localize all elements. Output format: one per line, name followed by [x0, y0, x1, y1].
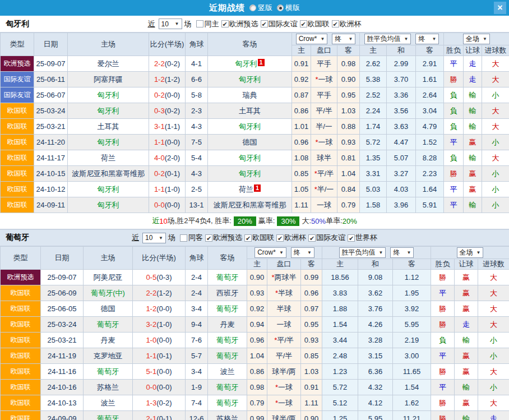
match-date: 25-06-11	[34, 72, 68, 87]
avg-type-select[interactable]: 胜平负均值▼	[364, 34, 411, 44]
odds-home: 0.79	[247, 395, 267, 411]
avg-type-select[interactable]: 胜平负均值▼	[339, 247, 386, 258]
away-team: 葡萄牙	[208, 301, 247, 317]
odds-home: 0.91	[292, 56, 311, 72]
half-time-score: (0-0)	[165, 91, 180, 99]
odds-time-select[interactable]: 终▼	[291, 247, 314, 258]
odds-home: 0.90	[247, 270, 267, 285]
match-type-badge: 欧国联	[1, 411, 41, 420]
sub-column-header: 主	[292, 45, 311, 56]
league-checkbox[interactable]: ✔	[348, 234, 355, 242]
match-type-badge: 国际友谊	[1, 87, 34, 103]
scope-select[interactable]: 全场▼	[457, 247, 484, 258]
table-row: 欧国联24-10-16苏格兰0-0(0-0)1-9葡萄牙0.98*一球0.915…	[1, 380, 509, 395]
table-row: 国际友谊25-06-07匈牙利0-2(0-0)5-8瑞典0.87平手0.952.…	[1, 87, 509, 103]
away-team: 匈牙利	[208, 119, 292, 135]
score: 0-3(0-2)	[149, 103, 186, 119]
odds-away: 0.98	[337, 56, 360, 72]
full-time-score: 1-2	[154, 75, 165, 84]
handicap-result: 輸	[464, 103, 482, 119]
avg-draw-odds: 4.03	[387, 182, 416, 197]
away-team: 匈牙利	[208, 72, 292, 87]
match-result: 勝	[431, 395, 455, 411]
match-count-select[interactable]: 10▼	[142, 233, 166, 243]
avg-away-odds: 1.61	[416, 72, 444, 87]
league-checkbox[interactable]: ✔	[332, 20, 339, 27]
avg-time-select[interactable]: 终▼	[390, 247, 414, 258]
league-checkbox[interactable]: ✔	[244, 234, 252, 242]
match-count-select[interactable]: 10▼	[159, 19, 182, 29]
goals-result: 大	[482, 72, 509, 87]
match-result: 平	[431, 285, 455, 301]
summary-text: 赢率:	[258, 216, 275, 226]
handicap-value: 平手	[317, 91, 331, 99]
odds-away: 0.97	[301, 301, 322, 317]
handicap-result: 赢	[455, 270, 478, 285]
score: 0-2(0-1)	[149, 166, 186, 182]
half-time-score: (0-2)	[165, 107, 180, 115]
away-team: 苏格兰	[208, 411, 247, 420]
avg-draw-odds: 3.15	[358, 348, 393, 364]
section-filter-bar: 葡萄牙近10▼场同客✔欧洲预选✔欧国联✔欧洲杯✔国际友谊✔世界杯	[0, 229, 509, 246]
avg-away-odds: 1.52	[416, 135, 444, 150]
handicap-value: 一球	[318, 138, 333, 146]
avg-home-odds: 5.03	[360, 182, 387, 197]
league-checkbox[interactable]: ✔	[308, 234, 316, 242]
odds-source-select-value: Crow*	[257, 248, 276, 256]
odds-away: 1.04	[337, 166, 360, 182]
league-checkbox[interactable]: ✔	[261, 20, 268, 27]
away-team-name: 葡萄牙	[216, 336, 238, 344]
close-button[interactable]: ×	[494, 2, 506, 14]
match-date: 24-09-09	[41, 411, 84, 420]
avg-time-select[interactable]: 终▼	[415, 34, 439, 44]
table-row: 欧国联25-03-21丹麦1-0(0-0)7-6葡萄牙0.96*平/半0.933…	[1, 333, 509, 348]
odds-home: 0.93	[247, 285, 267, 301]
away-team-name: 葡萄牙	[216, 273, 238, 281]
corner-count: 2-4	[186, 285, 208, 301]
match-result: 勝	[431, 411, 455, 420]
league-checkbox[interactable]: ✔	[300, 20, 307, 27]
sub-column-header: 让球	[464, 45, 482, 56]
same-venue-checkbox[interactable]	[196, 20, 203, 27]
table-row: 欧洲预选25-09-07爱尔兰2-2(0-2)4-1匈牙利10.91平手0.98…	[1, 56, 509, 72]
odds-away: 0.90	[337, 72, 360, 87]
half-time-score: (0-0)	[156, 367, 172, 376]
home-team: 葡萄牙(中)	[84, 285, 133, 301]
match-type-badge: 欧国联	[1, 166, 34, 182]
dropdown-arrow-icon: ▼	[348, 36, 353, 41]
handicap-result: 輸	[464, 150, 482, 166]
sub-column-header: 胜负	[431, 259, 455, 270]
league-label: 国际友谊	[269, 19, 298, 29]
match-result: 平	[431, 380, 455, 395]
odds-time-select[interactable]: 终▼	[332, 34, 355, 44]
handicap: 半球	[267, 301, 301, 317]
full-time-score: 5-1	[146, 367, 156, 376]
odds-source-select[interactable]: Crow*▼	[254, 247, 286, 258]
away-team: 葡萄牙	[208, 333, 247, 348]
avg-draw-odds: 4.47	[387, 135, 416, 150]
league-checkbox[interactable]: ✔	[276, 234, 284, 242]
scope-select[interactable]: 全场▼	[463, 34, 490, 44]
half-time-score: (0-0)	[156, 336, 172, 344]
half-time-score: (0-2)	[156, 399, 172, 407]
away-team: 波斯尼亚和黑塞哥维那	[208, 197, 292, 213]
odds-source-select[interactable]: Crow*▼	[296, 34, 328, 44]
league-label: 欧洲预选	[229, 19, 258, 29]
layout-vertical-radio[interactable]: 竖版	[249, 3, 272, 13]
handicap-result: 輸	[455, 333, 478, 348]
handicap-result: 赢	[455, 301, 478, 317]
league-checkbox[interactable]: ✔	[205, 234, 212, 242]
handicap: *平/半	[267, 333, 301, 348]
same-venue-checkbox[interactable]	[180, 234, 187, 242]
table-row: 欧国联24-11-16葡萄牙5-1(0-0)3-4波兰0.86球半/两1.031…	[1, 364, 509, 380]
match-result: 勝	[431, 301, 455, 317]
league-checkbox[interactable]: ✔	[221, 20, 229, 27]
home-team: 土耳其	[68, 119, 149, 135]
goals-result: 大	[482, 103, 509, 119]
layout-horizontal-radio[interactable]: 横版	[277, 3, 300, 13]
handicap-value: 球半	[317, 154, 331, 162]
score: 1-2(1-2)	[149, 72, 186, 87]
dropdown-arrow-icon: ▼	[476, 250, 481, 255]
away-team: 葡萄牙	[208, 270, 247, 285]
recent-label: 近	[148, 19, 155, 29]
